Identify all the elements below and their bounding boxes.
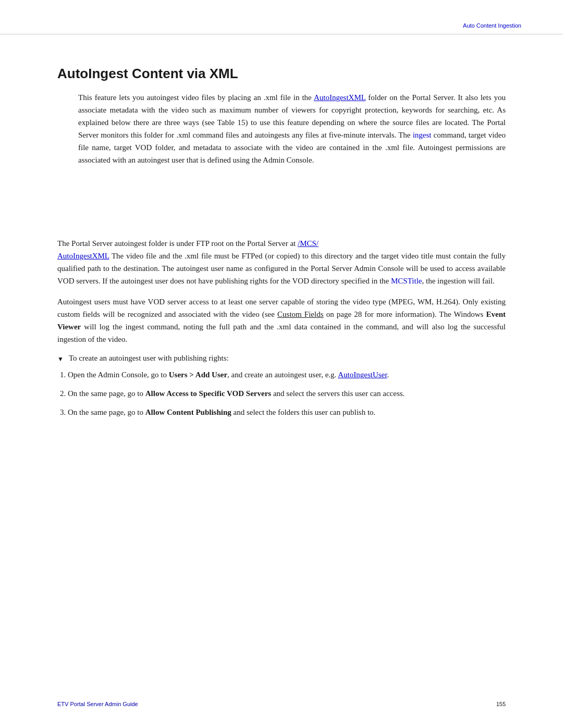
list-item-1-cont: , and create an autoingest user, e.g. [227, 371, 338, 379]
list-item-2-bold: Allow Access to Specific VOD Servers [145, 389, 271, 398]
para2-end: , the ingestion will fail. [422, 277, 494, 285]
footer-left: ETV Portal Server Admin Guide [57, 701, 138, 707]
header-right: Auto Content Ingestion [42, 21, 521, 30]
ingest-code: ingest [413, 131, 432, 139]
bullet-label: To create an autoingest user with publis… [69, 354, 229, 363]
page-container: Auto Content Ingestion AutoIngest Conten… [0, 0, 563, 728]
mcstitle-link: MCSTitle [391, 277, 422, 285]
list-item-1-bold: Users > Add User [169, 371, 227, 379]
list-item-2-pre: On the same page, go to [68, 389, 145, 398]
list-item-3: On the same page, go to Allow Content Pu… [68, 406, 506, 418]
spacer-1 [57, 175, 506, 237]
triangle-bullet-icon: ▼ [57, 355, 64, 363]
para3-end: will log the ingest command, noting the … [57, 323, 506, 343]
page-content: AutoIngest Content via XML This feature … [0, 34, 563, 466]
page-header: Auto Content Ingestion [0, 0, 563, 34]
list-item-3-pre: On the same page, go to [68, 408, 145, 416]
custom-fields-link[interactable]: Custom Fields [277, 310, 323, 318]
list-item-1: Open the Admin Console, go to Users > Ad… [68, 368, 506, 381]
list-item-1-pre: Open the Admin Console, go to [68, 371, 169, 379]
list-item-3-end: and select the folders this user can pub… [231, 408, 376, 416]
autoingestuser-link[interactable]: AutoIngestUser [338, 371, 387, 379]
list-item-1-end: . [387, 371, 389, 379]
header-title-link[interactable]: Auto Content Ingestion [463, 22, 521, 29]
paragraph-2: The Portal Server autoingest folder is u… [57, 237, 506, 287]
para2-pre: The Portal Server autoingest folder is u… [57, 239, 298, 248]
section-heading: AutoIngest Content via XML [57, 66, 506, 82]
page-footer: ETV Portal Server Admin Guide 155 [0, 701, 563, 707]
para1-text-pre: This feature lets you autoingest video f… [78, 93, 314, 102]
list-item-2-end: and select the servers this user can acc… [271, 389, 405, 398]
list-item-3-bold: Allow Content Publishing [145, 408, 231, 416]
list-item-2: On the same page, go to Allow Access to … [68, 387, 506, 400]
bullet-item: ▼ To create an autoingest user with publ… [57, 354, 506, 363]
ordered-list: Open the Admin Console, go to Users > Ad… [68, 368, 506, 418]
paragraph-3: Autoingest users must have VOD server ac… [57, 295, 506, 346]
footer-right: 155 [496, 701, 506, 707]
autoingestxml-link-1[interactable]: AutoIngestXML [314, 93, 365, 102]
paragraph-1: This feature lets you autoingest video f… [78, 91, 506, 166]
para3-cont: on page 28 for more information). The Wi… [324, 310, 486, 318]
